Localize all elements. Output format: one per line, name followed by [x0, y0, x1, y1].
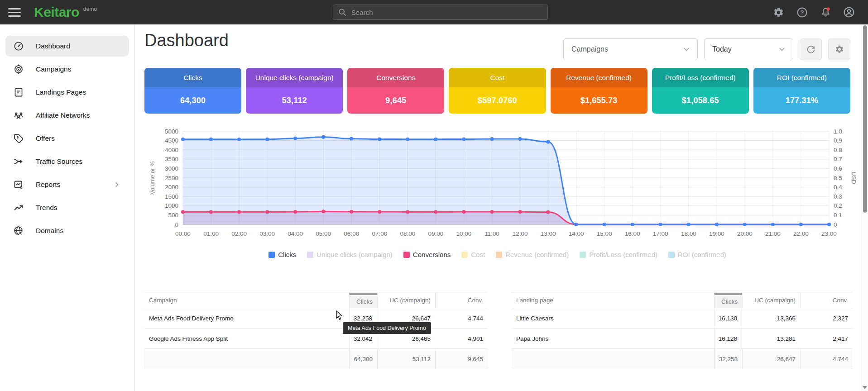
- gear-icon: [835, 45, 844, 54]
- svg-text:12:00: 12:00: [513, 230, 528, 237]
- stat-card-label: Unique clicks (campaign): [246, 68, 343, 87]
- stat-card-conversions[interactable]: Conversions9,645: [347, 68, 444, 114]
- stat-card-clicks[interactable]: Clicks64,300: [144, 68, 241, 114]
- date-range-select[interactable]: Today: [704, 38, 793, 60]
- sidebar-item-landings-pages[interactable]: Landings Pages: [5, 82, 129, 103]
- svg-text:3500: 3500: [165, 156, 178, 162]
- table-cell: 2,327: [800, 308, 853, 328]
- svg-text:0.3: 0.3: [834, 193, 842, 200]
- legend-item[interactable]: Profit/Loss (confirmed): [580, 251, 657, 258]
- traffic-chart: 00:0001:0002:0003:0004:0005:0006:0007:00…: [144, 128, 862, 244]
- chart-legend: ClicksUnique clicks (campaign)Conversion…: [144, 251, 850, 258]
- stat-card-value: 177.31%: [753, 87, 850, 114]
- legend-label: Unique clicks (campaign): [317, 251, 393, 258]
- table-totals-row: 32,25826,6474,744: [512, 349, 853, 369]
- table-cell: 13,281: [742, 329, 800, 348]
- chevron-down-icon: [777, 45, 786, 54]
- legend-item[interactable]: Revenue (confirmed): [496, 251, 569, 258]
- legend-label: Clicks: [278, 251, 296, 258]
- table-row[interactable]: Google Ads Fitness App Split32,04226,465…: [144, 329, 488, 349]
- notifications-button[interactable]: [819, 6, 832, 19]
- dashboard-settings-button[interactable]: [828, 38, 850, 60]
- traffic-chart-svg: 00:0001:0002:0003:0004:0005:0006:0007:00…: [144, 128, 862, 244]
- bell-icon: [820, 7, 831, 18]
- legend-swatch-icon: [403, 252, 410, 258]
- column-header[interactable]: UC (campaign): [377, 293, 435, 308]
- sidebar-item-trends[interactable]: Trends: [5, 197, 129, 218]
- stat-card-unique-clicks[interactable]: Unique clicks (campaign)53,112: [246, 68, 343, 114]
- scrollbar-thumb[interactable]: [863, 25, 867, 213]
- stat-card-label: ROI (confirmed): [753, 68, 850, 87]
- column-header[interactable]: Campaign: [144, 293, 349, 308]
- menu-toggle-button[interactable]: [8, 6, 21, 18]
- sidebar-item-campaigns[interactable]: Campaigns: [5, 59, 129, 80]
- svg-text:USD: USD: [850, 172, 857, 184]
- legend-swatch-icon: [668, 252, 675, 258]
- legend-item[interactable]: Cost: [461, 251, 485, 258]
- help-button[interactable]: ?: [796, 6, 808, 19]
- svg-text:0.4: 0.4: [834, 184, 842, 191]
- legend-item[interactable]: Unique clicks (campaign): [307, 251, 393, 258]
- svg-text:Volume or %: Volume or %: [149, 161, 156, 195]
- env-label: demo: [83, 6, 97, 12]
- column-header[interactable]: Conv.: [800, 293, 853, 308]
- svg-text:0.6: 0.6: [834, 165, 842, 172]
- refresh-button[interactable]: [800, 38, 822, 60]
- sidebar-item-affiliate-networks[interactable]: Affiliate Networks: [5, 105, 129, 126]
- svg-text:11:00: 11:00: [484, 230, 499, 237]
- table-cell: [512, 349, 714, 369]
- app-logo[interactable]: Keitaro demo: [34, 0, 97, 24]
- table-cell: 32,258: [714, 349, 742, 369]
- legend-swatch-icon: [269, 252, 275, 258]
- entity-filter-select[interactable]: Campaigns: [563, 38, 698, 60]
- account-button[interactable]: [843, 6, 855, 19]
- logo-text: Keitaro: [34, 5, 79, 20]
- settings-button[interactable]: [772, 6, 785, 19]
- stat-card-profit-loss[interactable]: Profit/Loss (confirmed)$1,058.65: [652, 68, 749, 114]
- offers-icon: $: [13, 133, 24, 144]
- stat-card-roi[interactable]: ROI (confirmed)177.31%: [753, 68, 850, 114]
- svg-text:01:00: 01:00: [203, 230, 219, 237]
- sidebar-item-reports[interactable]: Reports: [5, 174, 129, 195]
- legend-label: Conversions: [413, 251, 451, 258]
- sidebar-item-offers[interactable]: $ Offers: [5, 128, 129, 149]
- table-header-row: Landing pageClicksUC (campaign)Conv.: [512, 292, 853, 308]
- sidebar-item-traffic-sources[interactable]: Traffic Sources: [5, 151, 129, 172]
- stat-card-cost[interactable]: Cost$597.0760: [449, 68, 546, 114]
- column-header[interactable]: Conv.: [435, 293, 488, 308]
- campaigns-table: CampaignClicksUC (campaign)Conv.Meta Ads…: [144, 292, 488, 369]
- sidebar-item-dashboard[interactable]: Dashboard: [5, 36, 129, 57]
- sidebar-item-domains[interactable]: Domains: [5, 220, 129, 241]
- svg-text:10:00: 10:00: [456, 230, 472, 237]
- table-totals-row: 64,30053,1129,645: [144, 349, 488, 369]
- svg-text:23:00: 23:00: [821, 230, 837, 237]
- table-header-row: CampaignClicksUC (campaign)Conv.: [144, 292, 488, 308]
- legend-item[interactable]: Conversions: [403, 251, 451, 258]
- table-row[interactable]: Little Caesars16,13013,3662,327: [512, 308, 853, 329]
- gear-icon: [773, 7, 784, 18]
- column-header[interactable]: Landing page: [512, 293, 714, 308]
- svg-text:05:00: 05:00: [316, 230, 331, 237]
- column-header[interactable]: Clicks: [714, 293, 742, 308]
- svg-text:0.1: 0.1: [834, 212, 842, 219]
- table-row[interactable]: Papa Johns16,12813,2812,417: [512, 329, 853, 349]
- table-cell: Papa Johns: [512, 329, 714, 348]
- column-header[interactable]: Clicks: [349, 293, 377, 308]
- stat-card-value: $1,655.73: [551, 87, 647, 114]
- legend-item[interactable]: Clicks: [269, 251, 296, 258]
- stat-card-revenue[interactable]: Revenue (confirmed)$1,655.73: [551, 68, 647, 114]
- notification-dot: [826, 7, 830, 10]
- global-search[interactable]: [333, 5, 548, 20]
- scroll-down-arrow-icon[interactable]: [863, 386, 867, 389]
- sidebar-item-label: Domains: [36, 227, 63, 235]
- stat-card-label: Profit/Loss (confirmed): [652, 68, 749, 87]
- main-content: Dashboard Campaigns Today Clicks64,300 U…: [135, 24, 862, 391]
- svg-text:04:00: 04:00: [288, 230, 303, 237]
- svg-text:15:00: 15:00: [597, 230, 612, 237]
- legend-item[interactable]: ROI (confirmed): [668, 251, 726, 258]
- table-row[interactable]: Meta Ads Food Delivery Promo32,25826,647…: [144, 308, 488, 329]
- column-header[interactable]: UC (campaign): [742, 293, 800, 308]
- search-input[interactable]: [351, 9, 543, 16]
- domains-icon: [13, 225, 24, 236]
- page-scrollbar[interactable]: [862, 24, 868, 391]
